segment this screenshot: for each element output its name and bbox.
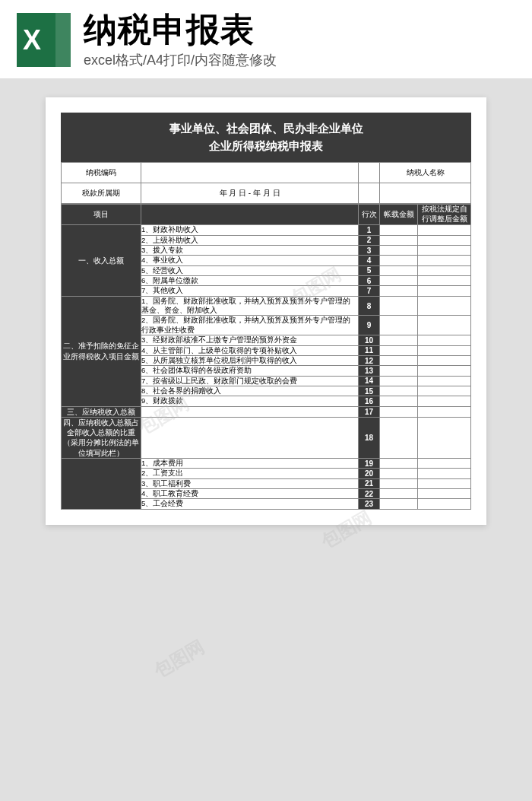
row-number: 1 xyxy=(359,225,380,235)
col-adjusted: 按税法规定自行调整后金额 xyxy=(418,205,471,225)
amount-cell xyxy=(380,235,418,245)
amount-cell xyxy=(380,469,418,478)
title-line-2: 企业所得税纳税申报表 xyxy=(61,138,471,155)
adjusted-cell xyxy=(418,246,471,256)
amount-cell xyxy=(380,355,418,365)
excel-x-letter: X xyxy=(23,24,41,56)
adjusted-cell xyxy=(418,478,471,488)
document-container: 事业单位、社会团体、民办非企业单位 企业所得税纳税申报表 纳税编码 纳税人名称 … xyxy=(0,78,532,543)
adjusted-cell xyxy=(418,265,471,275)
meta-spacer xyxy=(359,163,380,183)
col-amount: 帐载金额 xyxy=(380,205,418,225)
adjusted-cell xyxy=(418,406,471,417)
adjusted-cell xyxy=(418,499,471,509)
section-label: 一、收入总额 xyxy=(62,225,141,296)
header-subtitle: excel格式/A4打印/内容随意修改 xyxy=(84,51,517,69)
item-text: 1、国务院、财政部批准收取，并纳入预算及预算外专户管理的基金、资金、附加收入 xyxy=(141,296,359,316)
row-number: 17 xyxy=(359,406,380,417)
period-label: 税款所属期 xyxy=(62,183,141,204)
item-text: 7、按省级以上民政、财政部门规定收取的会费 xyxy=(141,376,359,386)
section-label: 四、应纳税收入总额占全部收入总额的比重（采用分摊比例法的单位填写此栏） xyxy=(62,417,141,458)
taxpayer-name-value xyxy=(380,183,471,204)
item-text: 4、事业收入 xyxy=(141,256,359,265)
col-blank xyxy=(141,205,359,225)
adjusted-cell xyxy=(418,459,471,469)
row-number: 15 xyxy=(359,386,380,396)
adjusted-cell xyxy=(418,276,471,286)
tax-code-label: 纳税编码 xyxy=(62,163,141,183)
amount-cell xyxy=(380,225,418,235)
table-row: 三、应纳税收入总额17 xyxy=(62,406,471,417)
page-header: X 纳税申报表 excel格式/A4打印/内容随意修改 xyxy=(0,0,532,78)
row-number: 8 xyxy=(359,296,380,316)
meta-table: 纳税编码 纳税人名称 税款所属期 年 月 日 - 年 月 日 xyxy=(61,162,471,204)
row-number: 5 xyxy=(359,265,380,275)
adjusted-cell xyxy=(418,286,471,296)
amount-cell xyxy=(380,489,418,499)
row-number: 7 xyxy=(359,286,380,296)
row-number: 14 xyxy=(359,376,380,386)
adjusted-cell xyxy=(418,296,471,316)
row-number: 21 xyxy=(359,478,380,488)
row-number: 6 xyxy=(359,276,380,286)
meta-row-1: 纳税编码 纳税人名称 xyxy=(62,163,471,183)
item-text: 6、附属单位缴款 xyxy=(141,276,359,286)
row-number: 11 xyxy=(359,345,380,355)
row-number: 13 xyxy=(359,366,380,376)
row-number: 19 xyxy=(359,459,380,469)
item-text: 3、职工福利费 xyxy=(141,478,359,488)
adjusted-cell xyxy=(418,376,471,386)
adjusted-cell xyxy=(418,489,471,499)
table-row: 四、应纳税收入总额占全部收入总额的比重（采用分摊比例法的单位填写此栏）18 xyxy=(62,417,471,458)
amount-cell xyxy=(380,246,418,256)
item-text xyxy=(141,406,359,417)
item-text: 5、从所属独立核算单位税后利润中取得的收入 xyxy=(141,355,359,365)
amount-cell xyxy=(380,386,418,396)
adjusted-cell xyxy=(418,469,471,478)
adjusted-cell xyxy=(418,316,471,335)
header-text-block: 纳税申报表 excel格式/A4打印/内容随意修改 xyxy=(84,11,517,69)
row-number: 16 xyxy=(359,396,380,406)
row-number: 9 xyxy=(359,316,380,335)
meta-spacer-2 xyxy=(359,183,380,204)
item-text: 1、成本费用 xyxy=(141,459,359,469)
row-number: 3 xyxy=(359,246,380,256)
item-text: 4、职工教育经费 xyxy=(141,489,359,499)
item-text: 3、经财政部核准不上缴专户管理的预算外资金 xyxy=(141,335,359,345)
adjusted-cell xyxy=(418,345,471,355)
amount-cell xyxy=(380,459,418,469)
item-text: 5、工会经费 xyxy=(141,499,359,509)
adjusted-cell xyxy=(418,396,471,406)
table-row: 一、收入总额1、财政补助收入1 xyxy=(62,225,471,235)
item-text xyxy=(141,417,359,458)
adjusted-cell xyxy=(418,335,471,345)
col-rownum: 行次 xyxy=(359,205,380,225)
item-text: 9、财政拨款 xyxy=(141,396,359,406)
row-number: 2 xyxy=(359,235,380,245)
row-number: 18 xyxy=(359,417,380,458)
row-number: 4 xyxy=(359,256,380,265)
amount-cell xyxy=(380,335,418,345)
meta-row-2: 税款所属期 年 月 日 - 年 月 日 xyxy=(62,183,471,204)
amount-cell xyxy=(380,286,418,296)
row-number: 12 xyxy=(359,355,380,365)
item-text: 2、上级补助收入 xyxy=(141,235,359,245)
section-label xyxy=(62,459,141,510)
document-title: 事业单位、社会团体、民办非企业单位 企业所得税纳税申报表 xyxy=(61,113,471,162)
header-title: 纳税申报表 xyxy=(84,11,517,48)
excel-icon: X xyxy=(15,11,72,68)
main-table: 项目 行次 帐载金额 按税法规定自行调整后金额 一、收入总额1、财政补助收入12… xyxy=(61,204,471,509)
amount-cell xyxy=(380,499,418,509)
amount-cell xyxy=(380,296,418,316)
item-text: 8、社会各界的捐赠收入 xyxy=(141,386,359,396)
document-page: 事业单位、社会团体、民办非企业单位 企业所得税纳税申报表 纳税编码 纳税人名称 … xyxy=(46,97,486,524)
period-value: 年 月 日 - 年 月 日 xyxy=(141,183,359,204)
table-row: 1、成本费用19 xyxy=(62,459,471,469)
amount-cell xyxy=(380,396,418,406)
header-row: 项目 行次 帐载金额 按税法规定自行调整后金额 xyxy=(62,205,471,225)
row-number: 20 xyxy=(359,469,380,478)
item-text: 2、工资支出 xyxy=(141,469,359,478)
adjusted-cell xyxy=(418,235,471,245)
item-text: 1、财政补助收入 xyxy=(141,225,359,235)
row-number: 23 xyxy=(359,499,380,509)
